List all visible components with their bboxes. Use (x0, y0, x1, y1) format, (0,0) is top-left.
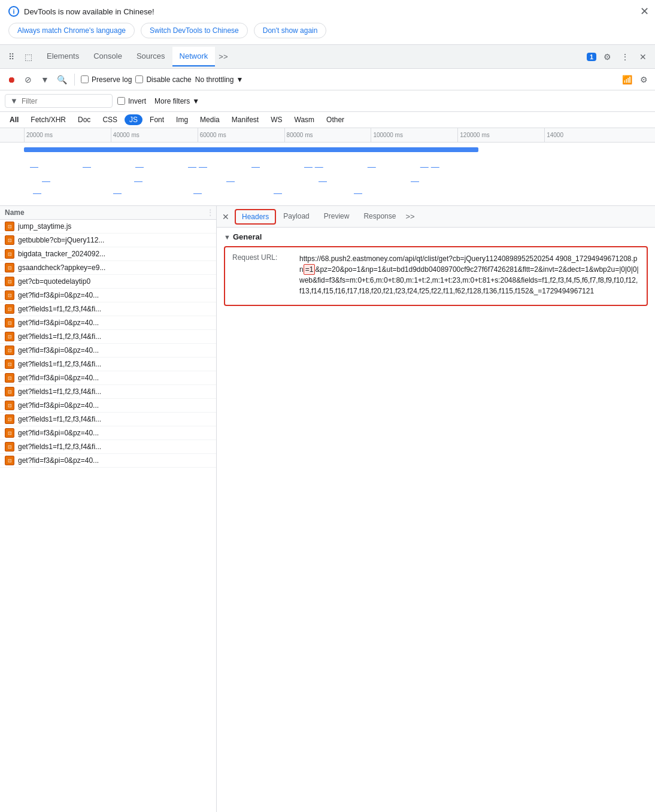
type-pill-wasm[interactable]: Wasm (290, 114, 320, 125)
timeline-content: — — — — — — — — — — — — — — — — — — — — … (24, 143, 655, 206)
request-name: get?fields1=f1,f2,f3,f4&fi... (18, 332, 211, 341)
request-url-row: Request URL: https://68.push2.eastmoney.… (232, 253, 639, 296)
close-devtools-btn[interactable]: ✕ (636, 50, 650, 64)
request-item[interactable]: ⊡get?cb=quotedelaytip0 (0, 275, 216, 289)
device-toolbar-icon[interactable]: ⬚ (22, 50, 35, 63)
search-btn[interactable]: 🔍 (55, 73, 68, 86)
type-filter-bar: AllFetch/XHRDocCSSJSFontImgMediaManifest… (0, 112, 655, 128)
preserve-log-label[interactable]: Preserve log (81, 75, 132, 84)
request-item[interactable]: ⊡get?fields1=f1,f2,f3,f4&fi... (0, 357, 216, 371)
tab-headers[interactable]: Headers (235, 209, 276, 225)
type-pill-img[interactable]: Img (171, 114, 193, 125)
type-pill-css[interactable]: CSS (98, 114, 122, 125)
request-item[interactable]: ⊡get?fid=f3&pi=0&pz=40... (0, 316, 216, 330)
invert-checkbox[interactable] (117, 97, 125, 105)
type-pill-all[interactable]: All (5, 114, 23, 125)
tab-more-icon[interactable]: >> (215, 47, 231, 66)
tab-payload[interactable]: Payload (276, 208, 316, 225)
disable-cache-checkbox[interactable] (135, 75, 143, 83)
request-item[interactable]: ⊡get?fid=f3&pi=0&pz=40... (0, 454, 216, 468)
requests-list-header: Name ⋮ (0, 206, 216, 220)
preserve-log-checkbox[interactable] (81, 75, 89, 83)
tab-preview[interactable]: Preview (317, 208, 357, 225)
dont-show-again-btn[interactable]: Don't show again (254, 23, 327, 38)
switch-to-chinese-btn[interactable]: Switch DevTools to Chinese (141, 23, 248, 38)
request-name: get?fid=f3&pi=0&pz=40... (18, 456, 211, 465)
request-item[interactable]: ⊡getbubble?cb=jQuery112... (0, 234, 216, 247)
banner-close-btn[interactable]: ✕ (640, 6, 649, 17)
request-item[interactable]: ⊡get?fid=f3&pi=0&pz=40... (0, 399, 216, 413)
tab-response[interactable]: Response (356, 208, 403, 225)
name-column-header: Name (5, 208, 207, 217)
tab-elements[interactable]: Elements (40, 47, 86, 66)
tab-sources[interactable]: Sources (129, 47, 172, 66)
type-pill-media[interactable]: Media (195, 114, 225, 125)
request-type-icon: ⊡ (5, 346, 14, 355)
request-item[interactable]: ⊡bigdata_tracker_2024092... (0, 247, 216, 261)
section-arrow-icon: ▼ (224, 234, 231, 241)
preserve-log-text: Preserve log (92, 75, 132, 84)
wifi-icon[interactable]: 📶 (620, 73, 633, 86)
request-item[interactable]: ⊡get?fields1=f1,f2,f3,f4&fi... (0, 440, 216, 454)
request-item[interactable]: ⊡get?fid=f3&pi=0&pz=40... (0, 344, 216, 357)
request-item[interactable]: ⊡get?fid=f3&pi=0&pz=40... (0, 426, 216, 440)
requests-pane: Name ⋮ ⊡jump_staytime.js⊡getbubble?cb=jQ… (0, 206, 217, 812)
network-settings-btn[interactable]: ⚙ (637, 73, 650, 86)
clear-btn[interactable]: ⊘ (22, 73, 35, 86)
request-url-value: https://68.push2.eastmoney.com/api/qt/cl… (299, 253, 639, 296)
request-item[interactable]: ⊡get?fid=f3&pi=0&pz=40... (0, 371, 216, 385)
url-box: Request URL: https://68.push2.eastmoney.… (224, 246, 648, 306)
tab-console[interactable]: Console (86, 47, 129, 66)
request-item[interactable]: ⊡jump_staytime.js (0, 220, 216, 234)
requests-list: ⊡jump_staytime.js⊡getbubble?cb=jQuery112… (0, 220, 216, 812)
request-type-icon: ⊡ (5, 456, 14, 465)
timeline-ruler: 20000 ms40000 ms60000 ms80000 ms100000 m… (0, 128, 655, 143)
always-match-btn[interactable]: Always match Chrome's language (8, 23, 135, 38)
general-section-toggle[interactable]: ▼ General (224, 232, 648, 241)
record-btn[interactable]: ⏺ (5, 73, 18, 86)
request-item[interactable]: ⊡get?fid=f3&pi=0&pz=40... (0, 289, 216, 302)
request-type-icon: ⊡ (5, 414, 14, 424)
filter-input[interactable] (22, 97, 93, 105)
request-type-icon: ⊡ (5, 277, 14, 286)
ruler-tick: 60000 ms (198, 128, 284, 142)
request-type-icon: ⊡ (5, 387, 14, 396)
request-type-icon: ⊡ (5, 304, 14, 314)
type-pill-font[interactable]: Font (145, 114, 169, 125)
tab-network[interactable]: Network (172, 47, 216, 66)
settings-btn[interactable]: ⚙ (600, 50, 614, 64)
more-options-btn[interactable]: ⋮ (618, 50, 632, 64)
more-filters-arrow: ▼ (192, 97, 199, 105)
request-name: get?fields1=f1,f2,f3,f4&fi... (18, 443, 211, 451)
more-filters-btn[interactable]: More filters ▼ (151, 95, 203, 107)
filter-btn[interactable]: ▼ (38, 73, 51, 86)
type-pill-fetch-xhr[interactable]: Fetch/XHR (26, 114, 71, 125)
request-item[interactable]: ⊡get?fields1=f1,f2,f3,f4&fi... (0, 330, 216, 344)
main-content: Name ⋮ ⊡jump_staytime.js⊡getbubble?cb=jQ… (0, 206, 655, 812)
inspect-element-icon[interactable]: ⠿ (5, 50, 18, 63)
toolbar-separator-1 (74, 74, 75, 86)
details-close-btn[interactable]: ✕ (219, 210, 232, 223)
type-pill-manifest[interactable]: Manifest (227, 114, 263, 125)
type-pill-ws[interactable]: WS (266, 114, 287, 125)
request-item[interactable]: ⊡get?fields1=f1,f2,f3,f4&fi... (0, 302, 216, 316)
request-item[interactable]: ⊡get?fields1=f1,f2,f3,f4&fi... (0, 413, 216, 426)
type-pill-js[interactable]: JS (125, 114, 142, 125)
request-item[interactable]: ⊡get?fields1=f1,f2,f3,f4&fi... (0, 385, 216, 399)
ruler-tick: 80000 ms (284, 128, 371, 142)
request-type-icon: ⊡ (5, 235, 14, 245)
request-name: bigdata_tracker_2024092... (18, 250, 211, 258)
type-pill-doc[interactable]: Doc (73, 114, 95, 125)
request-name: gsaandcheck?appkey=e9... (18, 263, 211, 272)
resize-handle[interactable]: ⋮ (207, 208, 211, 217)
details-content: ▼ General Request URL: https://68.push2.… (217, 228, 655, 812)
type-pill-other[interactable]: Other (322, 114, 349, 125)
request-item[interactable]: ⊡gsaandcheck?appkey=e9... (0, 261, 216, 275)
filter-input-wrap: ▼ (5, 94, 113, 108)
details-tab-more[interactable]: >> (403, 208, 417, 225)
invert-label[interactable]: Invert (117, 97, 146, 105)
throttle-dropdown[interactable]: No throttling ▼ (195, 75, 244, 84)
request-name: get?fid=f3&pi=0&pz=40... (18, 374, 211, 382)
disable-cache-label[interactable]: Disable cache (135, 75, 191, 84)
chat-badge: 1 (587, 53, 596, 61)
